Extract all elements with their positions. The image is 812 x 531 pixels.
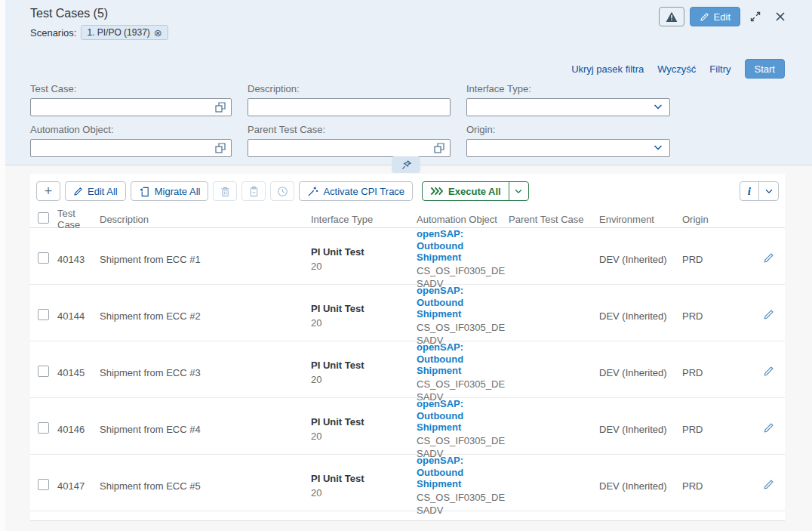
row-edit-button[interactable] [763,366,774,377]
cell-test-case: 40144 [57,310,100,322]
column-header-test-case[interactable]: Test Case [57,208,100,230]
triple-chevron-icon [430,187,443,196]
cell-environment: DEV (Inherited) [599,254,682,265]
cell-test-case: 40146 [57,424,100,435]
wand-icon [307,186,318,197]
cell-test-case: 40143 [57,254,100,265]
cell-environment: DEV (Inherited) [599,310,682,322]
add-button[interactable]: + [36,181,60,201]
edit-button[interactable]: Edit [690,7,740,26]
automation-object-link[interactable]: openSAP: Outbound Shipment [417,341,509,377]
column-header-parent-test-case[interactable]: Parent Test Case [509,214,599,225]
row-checkbox[interactable] [38,422,49,434]
cell-environment: DEV (Inherited) [599,480,682,492]
filter-panel: Test Cases (5) Edit [5,0,812,165]
pin-filter-bar-button[interactable] [392,156,420,173]
value-help-icon[interactable] [214,142,226,154]
cell-interface-type: PI Unit Test 20 [311,360,417,385]
value-help-icon[interactable] [214,101,226,113]
chevron-down-icon[interactable] [653,142,665,154]
filter-field-parent-test-case: Parent Test Case: [248,124,451,157]
cell-origin: PRD [682,424,752,435]
execute-all-button[interactable]: Execute All [423,182,509,200]
cell-origin: PRD [682,254,752,265]
migrate-all-button[interactable]: Migrate All [131,181,209,201]
automation-object-link[interactable]: openSAP: Outbound Shipment [417,228,509,264]
pencil-icon [763,422,774,434]
test-cases-table-card: + Edit All Migrate All [30,174,785,521]
scenario-token[interactable]: 1. PI/PO (1937) ⊗ [81,25,168,40]
pencil-icon [73,187,83,196]
column-header-environment[interactable]: Environment [599,214,682,225]
table-row: 40143 Shipment from ECC #1 PI Unit Test … [30,228,785,285]
filter-field-description: Description: [248,83,451,116]
row-checkbox[interactable] [38,252,49,264]
cell-origin: PRD [682,367,752,378]
column-header-description[interactable]: Description [100,214,311,225]
filter-field-origin: Origin: [466,124,670,157]
cell-environment: DEV (Inherited) [599,424,682,435]
filters-link[interactable]: Filtry [709,63,730,75]
filter-bar-actions: Ukryj pasek filtra Wyczyść Filtry Start [571,59,785,79]
info-menu-arrow[interactable] [758,182,778,200]
cell-automation-object: openSAP: Outbound Shipment CS_OS_IF0305_… [417,455,509,517]
parent-test-case-input[interactable] [248,140,450,156]
column-header-origin[interactable]: Origin [682,214,752,225]
table-header: Test Case Description Interface Type Aut… [30,208,785,228]
test-case-input[interactable] [31,99,231,116]
automation-object-link[interactable]: openSAP: Outbound Shipment [417,398,509,434]
cell-origin: PRD [682,480,752,492]
interface-type-select[interactable] [466,98,670,116]
value-help-icon[interactable] [433,142,445,154]
cell-automation-object: openSAP: Outbound Shipment CS_OS_IF0305_… [417,228,509,291]
origin-select[interactable] [466,139,670,157]
edit-all-button[interactable]: Edit All [65,181,126,201]
trash-icon [220,186,231,197]
row-edit-button[interactable] [763,422,774,434]
pencil-icon [700,12,709,22]
pin-icon [401,159,412,171]
cell-automation-object: openSAP: Outbound Shipment CS_OS_IF0305_… [417,285,509,347]
cell-origin: PRD [682,310,752,322]
content-area: + Edit All Migrate All [5,165,812,531]
header-actions: Edit [659,7,790,26]
automation-object-link[interactable]: openSAP: Outbound Shipment [417,455,509,490]
select-all-checkbox[interactable] [38,212,49,224]
info-button[interactable]: i [740,182,758,200]
table-row: 40146 Shipment from ECC #4 PI Unit Test … [30,398,785,455]
clipboard-icon [248,186,260,197]
close-icon[interactable] [770,7,790,26]
activate-cpi-trace-button[interactable]: Activate CPI Trace [299,181,413,201]
cell-environment: DEV (Inherited) [599,367,682,378]
row-edit-button[interactable] [763,252,774,264]
column-header-interface-type[interactable]: Interface Type [311,214,417,225]
scenarios-row: Scenarios: 1. PI/PO (1937) ⊗ [30,25,168,40]
warning-icon [666,11,678,23]
row-edit-button[interactable] [763,309,774,320]
row-edit-button[interactable] [763,479,774,490]
execute-all-menu-arrow[interactable] [509,182,528,200]
filter-fields: Test Case: Description: Interface Type: [30,83,670,157]
pencil-icon [763,479,774,490]
clear-link[interactable]: Wyczyść [657,63,696,75]
cell-interface-type: PI Unit Test 20 [311,473,417,499]
automation-object-link[interactable]: openSAP: Outbound Shipment [417,285,509,320]
cell-description: Shipment from ECC #1 [100,254,311,265]
cell-description: Shipment from ECC #3 [100,367,311,378]
start-button[interactable]: Start [745,59,785,79]
automation-object-input[interactable] [31,140,231,156]
hide-filter-bar-link[interactable]: Ukryj pasek filtra [571,63,644,75]
column-header-automation-object[interactable]: Automation Object [417,214,509,225]
token-remove-icon[interactable]: ⊗ [154,28,162,38]
row-checkbox[interactable] [38,479,49,490]
cell-automation-object: openSAP: Outbound Shipment CS_OS_IF0305_… [417,398,509,461]
scenarios-label: Scenarios: [30,27,76,39]
description-input[interactable] [248,99,450,116]
execute-all-split-button: Execute All [422,181,529,201]
expand-icon[interactable] [746,7,765,26]
chevron-down-icon[interactable] [653,101,665,113]
row-checkbox[interactable] [38,309,49,320]
warning-button[interactable] [659,7,684,26]
filter-field-automation-object: Automation Object: [30,124,232,157]
row-checkbox[interactable] [38,366,49,377]
